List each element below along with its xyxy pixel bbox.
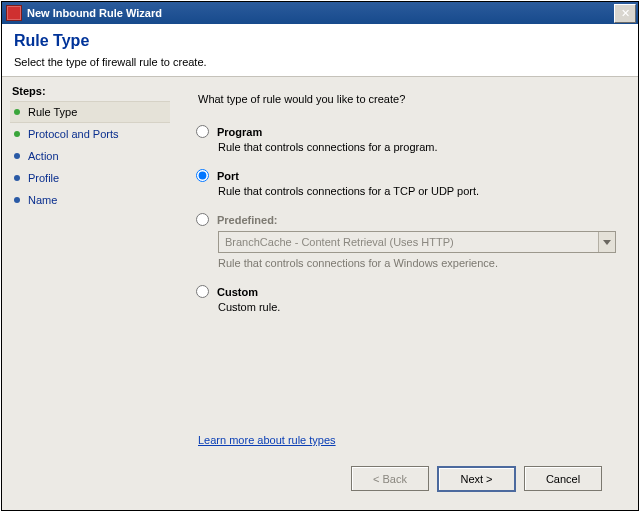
option-program-row[interactable]: Program	[196, 125, 616, 138]
option-program: Program Rule that controls connections f…	[196, 125, 616, 153]
prompt-text: What type of rule would you like to crea…	[198, 93, 616, 105]
step-rule-type[interactable]: Rule Type	[10, 101, 170, 123]
step-label: Rule Type	[28, 106, 77, 118]
option-predefined-desc: Rule that controls connections for a Win…	[218, 257, 616, 269]
step-label: Profile	[28, 172, 59, 184]
option-program-desc: Rule that controls connections for a pro…	[218, 141, 616, 153]
radio-custom[interactable]	[196, 285, 209, 298]
close-button[interactable]: ✕	[614, 4, 636, 23]
main-panel: What type of rule would you like to crea…	[170, 77, 638, 510]
option-custom-desc: Custom rule.	[218, 301, 616, 313]
predefined-combo: BranchCache - Content Retrieval (Uses HT…	[218, 231, 616, 253]
steps-sidebar: Steps: Rule Type Protocol and Ports Acti…	[2, 77, 170, 510]
predefined-combo-value: BranchCache - Content Retrieval (Uses HT…	[219, 236, 598, 248]
step-action[interactable]: Action	[10, 145, 170, 167]
close-icon: ✕	[621, 8, 630, 19]
option-port-desc: Rule that controls connections for a TCP…	[218, 185, 616, 197]
step-label: Name	[28, 194, 57, 206]
step-bullet-icon	[14, 197, 20, 203]
cancel-button[interactable]: Cancel	[524, 466, 602, 491]
option-predefined: Predefined: BranchCache - Content Retrie…	[196, 213, 616, 269]
window-title: New Inbound Rule Wizard	[27, 7, 614, 19]
titlebar: New Inbound Rule Wizard ✕	[2, 2, 638, 24]
option-port-label: Port	[217, 170, 239, 182]
page-title: Rule Type	[14, 32, 626, 50]
option-program-label: Program	[217, 126, 262, 138]
step-label: Protocol and Ports	[28, 128, 119, 140]
step-bullet-icon	[14, 109, 20, 115]
step-profile[interactable]: Profile	[10, 167, 170, 189]
option-predefined-row[interactable]: Predefined:	[196, 213, 616, 226]
radio-program[interactable]	[196, 125, 209, 138]
footer-buttons: < Back Next > Cancel	[196, 458, 616, 502]
option-custom-row[interactable]: Custom	[196, 285, 616, 298]
step-bullet-icon	[14, 131, 20, 137]
page-subtitle: Select the type of firewall rule to crea…	[14, 56, 626, 68]
radio-predefined[interactable]	[196, 213, 209, 226]
header: Rule Type Select the type of firewall ru…	[2, 24, 638, 77]
step-label: Action	[28, 150, 59, 162]
back-button: < Back	[351, 466, 429, 491]
body: Steps: Rule Type Protocol and Ports Acti…	[2, 77, 638, 510]
step-name[interactable]: Name	[10, 189, 170, 211]
option-custom: Custom Custom rule.	[196, 285, 616, 313]
option-custom-label: Custom	[217, 286, 258, 298]
radio-port[interactable]	[196, 169, 209, 182]
next-button[interactable]: Next >	[437, 466, 516, 492]
step-protocol-and-ports[interactable]: Protocol and Ports	[10, 123, 170, 145]
option-port: Port Rule that controls connections for …	[196, 169, 616, 197]
step-bullet-icon	[14, 153, 20, 159]
option-predefined-label: Predefined:	[217, 214, 278, 226]
option-port-row[interactable]: Port	[196, 169, 616, 182]
steps-heading: Steps:	[12, 85, 168, 97]
predefined-combo-dropdown	[598, 232, 615, 252]
firewall-icon	[6, 5, 22, 21]
step-bullet-icon	[14, 175, 20, 181]
chevron-down-icon	[603, 240, 611, 245]
wizard-window: New Inbound Rule Wizard ✕ Rule Type Sele…	[1, 1, 639, 511]
learn-more-link[interactable]: Learn more about rule types	[198, 434, 616, 446]
